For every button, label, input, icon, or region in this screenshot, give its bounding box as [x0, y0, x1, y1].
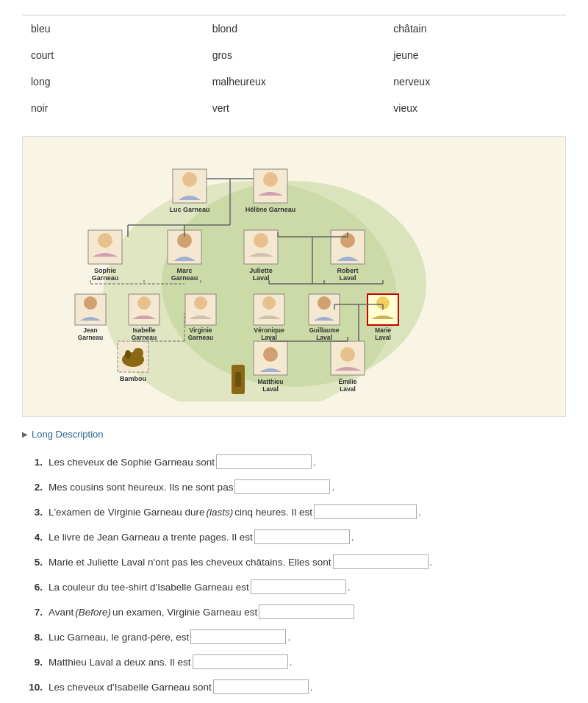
svg-text:Laval: Laval: [261, 334, 277, 341]
svg-text:Luc Garneau: Luc Garneau: [169, 206, 209, 213]
svg-point-40: [137, 296, 151, 310]
word-cell: châtain: [384, 15, 566, 42]
word-cell: gros: [204, 42, 385, 68]
svg-text:Laval: Laval: [316, 334, 332, 341]
question-text: Le livre de Jean Garneau a trente pages.…: [49, 529, 566, 544]
svg-text:Isabelle: Isabelle: [132, 326, 155, 334]
svg-text:Sophie: Sophie: [94, 267, 116, 274]
question-item: 2.Mes cousins sont heureux. Ils ne sont …: [22, 479, 566, 494]
question-text: Les cheveux d'Isabelle Garneau sont .: [49, 679, 566, 694]
svg-text:Virginie: Virginie: [189, 326, 212, 334]
svg-text:Émilie: Émilie: [338, 378, 356, 385]
svg-text:Laval: Laval: [339, 274, 356, 282]
svg-point-52: [318, 296, 331, 310]
svg-text:Laval: Laval: [340, 385, 356, 393]
svg-text:Garneau: Garneau: [171, 274, 198, 282]
svg-point-13: [98, 233, 112, 248]
word-cell: noir: [22, 95, 204, 121]
answer-input[interactable]: [213, 679, 309, 694]
question-text: L'examen de Virginie Garneau dure (lasts…: [49, 504, 566, 519]
answer-input[interactable]: [216, 454, 312, 469]
question-item: 1.Les cheveux de Sophie Garneau sont .: [22, 454, 566, 469]
word-cell: court: [22, 42, 204, 68]
svg-text:Jean: Jean: [83, 326, 97, 334]
question-number: 9.: [22, 657, 43, 668]
question-item: 10.Les cheveux d'Isabelle Garneau sont .: [22, 679, 566, 694]
word-cell: long: [22, 68, 204, 95]
question-number: 1.: [22, 457, 43, 468]
italic-text: (Before): [75, 607, 111, 618]
word-cell: nerveux: [384, 68, 566, 95]
answer-input[interactable]: [190, 629, 286, 644]
svg-text:Garneau: Garneau: [78, 334, 104, 341]
svg-text:Marie: Marie: [375, 326, 391, 334]
svg-text:Garneau: Garneau: [188, 334, 214, 341]
question-item: 4.Le livre de Jean Garneau a trente page…: [22, 529, 566, 544]
question-item: 8.Luc Garneau, le grand-père, est .: [22, 629, 566, 644]
question-number: 5.: [22, 557, 43, 568]
word-cell: vieux: [384, 95, 566, 121]
question-number: 4.: [22, 532, 43, 543]
answer-input[interactable]: [333, 554, 429, 569]
question-text: La couleur du tee-shirt d'Isabelle Garne…: [49, 579, 566, 594]
svg-text:Laval: Laval: [252, 274, 269, 282]
svg-text:Robert: Robert: [337, 267, 359, 274]
question-number: 8.: [22, 632, 43, 643]
svg-point-74: [125, 350, 131, 359]
question-text: Luc Garneau, le grand-père, est .: [49, 629, 566, 644]
svg-point-21: [254, 233, 268, 248]
question-number: 7.: [22, 607, 43, 618]
word-cell: blond: [204, 15, 385, 42]
svg-text:Marc: Marc: [176, 267, 192, 274]
question-item: 9.Matthieu Laval a deux ans. Il est .: [22, 654, 566, 669]
page: bleublondchâtaincourtgrosjeunelongmalheu…: [0, 0, 588, 703]
svg-point-44: [194, 296, 207, 310]
word-cell: vert: [204, 95, 385, 121]
svg-point-73: [133, 348, 143, 358]
question-text: Avant (Before) un examen, Virginie Garne…: [49, 604, 566, 619]
italic-text: (lasts): [206, 507, 233, 518]
family-tree-svg: Luc Garneau Hélène Garneau Sophie Garnea…: [44, 151, 544, 402]
answer-input[interactable]: [254, 529, 350, 544]
svg-point-81: [340, 347, 355, 362]
svg-point-77: [263, 347, 278, 362]
question-item: 6.La couleur du tee-shirt d'Isabelle Gar…: [22, 579, 566, 594]
question-text: Marie et Juliette Laval n'ont pas les ch…: [49, 554, 566, 569]
svg-text:Bambou: Bambou: [120, 375, 146, 382]
answer-input[interactable]: [234, 479, 330, 494]
answer-input[interactable]: [251, 579, 346, 594]
question-item: 5.Marie et Juliette Laval n'ont pas les …: [22, 554, 566, 569]
svg-text:Laval: Laval: [375, 334, 391, 341]
answer-input[interactable]: [193, 654, 288, 669]
word-cell: bleu: [22, 15, 204, 42]
svg-text:Hélène Garneau: Hélène Garneau: [245, 206, 296, 213]
svg-rect-3: [235, 372, 241, 387]
family-tree-container: Luc Garneau Hélène Garneau Sophie Garnea…: [22, 136, 566, 417]
question-number: 2.: [22, 482, 43, 493]
svg-point-8: [263, 172, 278, 187]
answer-input[interactable]: [259, 604, 354, 619]
svg-text:Guillaume: Guillaume: [309, 326, 339, 334]
questions-list: 1.Les cheveux de Sophie Garneau sont .2.…: [22, 454, 566, 703]
svg-text:Juliette: Juliette: [249, 267, 273, 274]
arrow-icon: ▶: [22, 430, 28, 438]
long-description-label[interactable]: Long Description: [32, 429, 104, 440]
answer-input[interactable]: [314, 504, 417, 519]
svg-text:Matthieu: Matthieu: [258, 378, 284, 385]
svg-text:Véronique: Véronique: [254, 326, 284, 334]
question-item: 7.Avant (Before) un examen, Virginie Gar…: [22, 604, 566, 619]
question-text: Les cheveux de Sophie Garneau sont .: [49, 454, 566, 469]
question-number: 10.: [22, 682, 43, 693]
svg-point-36: [84, 296, 97, 310]
svg-point-5: [182, 172, 197, 187]
word-grid: bleublondchâtaincourtgrosjeunelongmalheu…: [22, 15, 566, 121]
svg-point-48: [262, 296, 276, 310]
question-text: Matthieu Laval a deux ans. Il est .: [49, 654, 566, 669]
word-cell: malheureux: [204, 68, 385, 95]
question-number: 3.: [22, 507, 43, 518]
question-text: Mes cousins sont heureux. Ils ne sont pa…: [49, 479, 566, 494]
question-number: 6.: [22, 582, 43, 593]
long-description-toggle[interactable]: ▶ Long Description: [22, 429, 566, 440]
svg-text:Laval: Laval: [262, 385, 279, 393]
svg-text:Garneau: Garneau: [132, 334, 157, 341]
